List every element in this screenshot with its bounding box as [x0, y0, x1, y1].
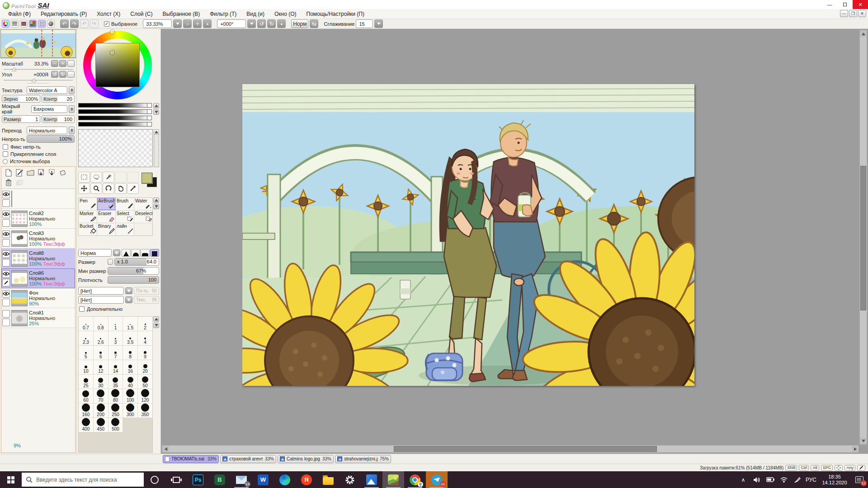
mixer-scroll-down-button[interactable] — [153, 109, 159, 115]
angle-ccw-button[interactable]: ↺ — [51, 71, 58, 78]
vertical-scroll-thumb[interactable] — [860, 166, 866, 310]
brush-size-preset[interactable]: 3 — [108, 331, 123, 345]
mixer-scroll-up-button[interactable] — [153, 103, 159, 108]
doc-close-button[interactable]: ✕ — [858, 10, 866, 17]
eyedropper-tool[interactable] — [127, 183, 139, 194]
brush-size-preset[interactable]: 12 — [94, 360, 108, 374]
notification-center-button[interactable]: 12 — [852, 471, 867, 488]
layer-hidden-checkbox[interactable] — [2, 310, 10, 318]
scale-reset-button[interactable] — [67, 60, 75, 67]
brush-edge-soft-button[interactable] — [131, 249, 140, 257]
new-folder-button[interactable] — [26, 169, 35, 177]
brush-size-preset[interactable]: 100 — [123, 389, 137, 403]
taskbar-settings[interactable] — [339, 471, 361, 488]
brush-size-preset[interactable]: 5 — [79, 346, 93, 360]
brush-size-preset[interactable]: 450 — [94, 418, 108, 432]
tool-airbrush-selected[interactable]: AirBrush — [97, 198, 115, 210]
mixer-bar[interactable] — [78, 122, 152, 127]
tray-battery[interactable] — [764, 471, 777, 488]
angle-reset-mini-button[interactable] — [67, 71, 75, 78]
menu-edit[interactable]: Редактировать (Р) — [36, 10, 91, 18]
blend-mode-dropdown-button[interactable] — [113, 249, 120, 256]
angle-dropdown-button[interactable] — [247, 19, 256, 28]
clear-layer-button[interactable] — [58, 169, 67, 177]
wet-size-field[interactable]: Размер1 — [2, 115, 40, 123]
layer-visible-checkbox[interactable] — [2, 230, 10, 238]
brush-size-unit-button[interactable] — [108, 259, 113, 265]
zoom-reset-button[interactable]: ▪ — [203, 19, 212, 28]
taskbar-sai-active[interactable] — [382, 471, 404, 488]
wet-contrast-field[interactable]: Контр100 — [42, 115, 75, 123]
layer-opacity-slider[interactable]: 100% — [27, 135, 75, 143]
menu-file[interactable]: Файл (Ф) — [4, 10, 35, 18]
wet-edge-select[interactable]: Бахрома — [31, 105, 67, 113]
canvas-horizontal-scrollbar[interactable] — [162, 445, 859, 453]
scratchpad-scrollbar[interactable] — [154, 129, 159, 167]
minimize-button[interactable]: — — [822, 0, 837, 9]
flip-view-button[interactable]: ⇆ — [310, 19, 318, 28]
doc-tab-strahovanie[interactable]: strahovaniejizni.jpg 75% — [335, 455, 391, 463]
layer-row-sloy8[interactable]: Слой8 Нормально 100% ТексЭфф — [1, 249, 75, 268]
taskbar-photos[interactable] — [361, 471, 382, 488]
brush-size-preset[interactable]: 10 — [79, 360, 93, 374]
toolgrid-scroll-down-button[interactable] — [153, 204, 159, 209]
layer-row-sloy6-selected[interactable]: Слой6 Нормально 100% ТексЭфф — [1, 268, 75, 288]
mixer-bar[interactable] — [78, 109, 152, 114]
undo-button[interactable]: ↶ — [60, 19, 69, 28]
doc-tab-tvoyumat[interactable]: ТВОЮМАТЬ.sai 33% — [163, 455, 219, 463]
brush-size-preset[interactable]: 40 — [123, 375, 137, 389]
brush-size-preset[interactable]: 500 — [108, 418, 123, 432]
brush-size-preset[interactable]: 14 — [108, 360, 123, 374]
taskbar-edge[interactable] — [274, 471, 296, 488]
brush-size-preset[interactable]: 120 — [138, 389, 152, 403]
brush-size-preset[interactable]: 20 — [138, 360, 152, 374]
tray-pen[interactable] — [791, 471, 804, 488]
brush-size-preset[interactable]: 70 — [94, 389, 108, 403]
brush-texture-slot1-select[interactable]: [Нет] — [78, 287, 124, 295]
maximize-button[interactable] — [837, 0, 853, 9]
zoom-tool[interactable] — [90, 183, 102, 194]
brush-size-preset[interactable]: 200 — [94, 404, 108, 418]
angle-slider[interactable] — [4, 78, 73, 80]
canvas-area[interactable] — [161, 29, 868, 454]
cortana-button[interactable] — [144, 471, 165, 488]
tool-marker[interactable]: Marker — [79, 211, 97, 223]
layer-row-sloy3[interactable]: Слой3 Нормально 100% ТексЭфф — [1, 229, 75, 249]
wet-edge-spinner[interactable] — [69, 105, 75, 113]
menu-canvas[interactable]: Холст (Х) — [92, 10, 125, 18]
brush-size-preset[interactable]: 60 — [79, 389, 93, 403]
selection-visible-checkbox[interactable]: ✓ Выбранное — [104, 21, 137, 27]
taskbar-mail[interactable]: 14 — [231, 471, 252, 488]
density-slider[interactable]: 100 — [108, 276, 159, 284]
scale-minus-button[interactable]: − — [51, 60, 58, 67]
layer-row-sloy1[interactable]: Слой1 Нормально 25% — [1, 308, 75, 328]
brush-size-preset[interactable]: 7 — [108, 346, 123, 360]
layer-extra-checkbox[interactable] — [2, 219, 10, 227]
brush-size-preset[interactable]: 0.7 — [79, 317, 93, 331]
angle-value-field[interactable]: +000° — [217, 19, 246, 28]
delete-layer-button[interactable] — [4, 178, 13, 187]
brush-size-preset[interactable]: 80 — [108, 389, 123, 403]
hsv-sliders-panel-button[interactable] — [20, 20, 28, 28]
navigator-preview[interactable] — [0, 29, 76, 58]
layer-row-sloy7[interactable]: Слой7 Экран 9% — [1, 189, 75, 209]
brush-size-preset[interactable]: 6 — [94, 346, 108, 360]
layer-extra-checkbox[interactable] — [2, 319, 10, 326]
task-view-button[interactable] — [165, 471, 187, 488]
angle-reset-button[interactable]: ▪ — [277, 19, 286, 28]
layer-row-fon[interactable]: Фон Нормально 90% — [1, 288, 75, 308]
presets-scroll-down-button[interactable] — [153, 323, 159, 328]
rect-select-tool[interactable] — [78, 172, 90, 183]
brush-size-preset[interactable]: 350 — [138, 404, 152, 418]
taskbar-word[interactable]: W — [252, 471, 274, 488]
rotate-cw-button[interactable]: ↻ — [267, 19, 276, 28]
doc-minimize-button[interactable]: — — [840, 10, 848, 17]
brush-size-preset[interactable]: 8 — [123, 346, 137, 360]
brush-texture-slot2-select[interactable]: [Нет] — [78, 296, 124, 304]
grain-field[interactable]: Зерно100% — [2, 95, 40, 103]
scratchpad-area[interactable] — [78, 129, 153, 167]
slot2-dropdown-button[interactable] — [125, 296, 132, 303]
normal-view-button[interactable]: Норм — [291, 19, 308, 28]
layer-visible-checkbox[interactable] — [2, 270, 10, 278]
magic-wand-tool[interactable] — [103, 172, 114, 183]
